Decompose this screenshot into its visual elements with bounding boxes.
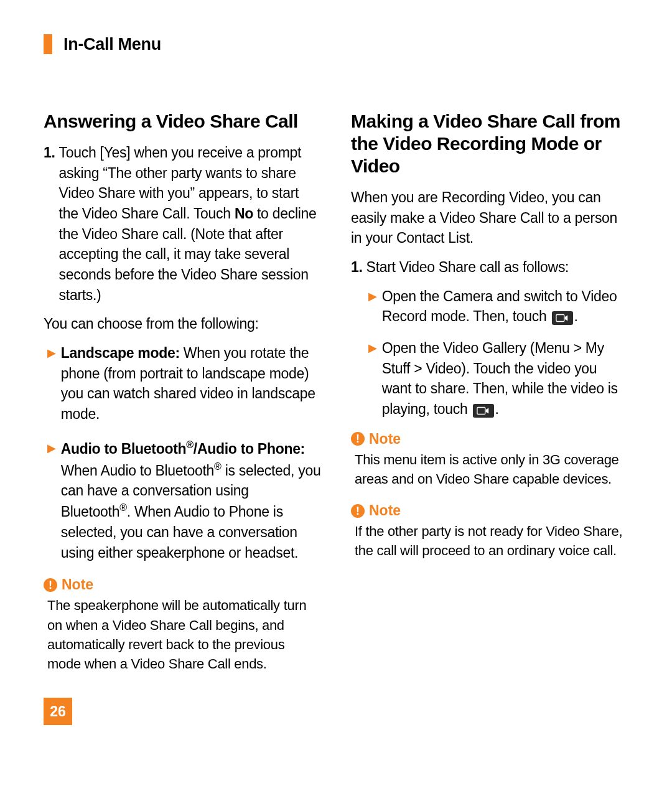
bullet-text: Open the Video Gallery (Menu > My Stuff …: [382, 338, 628, 419]
left-heading: Answering a Video Share Call: [44, 110, 321, 133]
content-columns: Answering a Video Share Call 1. Touch [Y…: [44, 110, 628, 687]
text-fragment: When Audio to Bluetooth® is selected, yo…: [61, 462, 321, 561]
right-heading: Making a Video Share Call from the Video…: [351, 110, 628, 177]
triangle-bullet-icon: ▶: [368, 340, 377, 419]
page-header: In-Call Menu: [44, 34, 628, 54]
note-heading: ! Note: [351, 502, 628, 519]
note-body: This menu item is active only in 3G cove…: [355, 450, 628, 489]
svg-rect-1: [477, 407, 485, 414]
sub-bullet-list: ▶ Open the Camera and switch to Video Re…: [351, 286, 628, 419]
note-exclamation-icon: !: [44, 578, 57, 592]
text-fragment: .: [574, 308, 578, 324]
video-share-icon: [473, 404, 494, 418]
step-text: Touch [Yes] when you receive a prompt as…: [59, 143, 321, 305]
note-exclamation-icon: !: [351, 504, 365, 518]
header-accent-bar: [44, 34, 52, 54]
header-title: In-Call Menu: [63, 35, 161, 54]
video-share-icon: [552, 311, 573, 325]
note-heading: ! Note: [351, 431, 628, 448]
bullet-bold: Audio to Bluetooth®/Audio to Phone:: [61, 441, 305, 457]
note-exclamation-icon: !: [351, 432, 365, 446]
note-label: Note: [369, 431, 401, 448]
text-fragment: Open the Video Gallery (Menu > My Stuff …: [382, 340, 618, 417]
triangle-bullet-icon: ▶: [47, 441, 56, 563]
note-heading: ! Note: [44, 576, 321, 593]
bullet-audio-bluetooth: ▶ Audio to Bluetooth®/Audio to Phone: Wh…: [44, 438, 321, 563]
svg-rect-0: [556, 315, 564, 322]
right-step-1: 1. Start Video Share call as follows:: [351, 257, 628, 278]
right-column: Making a Video Share Call from the Video…: [351, 110, 628, 687]
right-intro: When you are Recording Video, you can ea…: [351, 187, 628, 248]
triangle-bullet-icon: ▶: [368, 289, 377, 327]
page-number: 26: [44, 698, 72, 725]
triangle-bullet-icon: ▶: [47, 345, 56, 424]
step-text: Start Video Share call as follows:: [366, 257, 628, 278]
bullet-text: Landscape mode: When you rotate the phon…: [61, 343, 321, 424]
bullet-text: Audio to Bluetooth®/Audio to Phone: When…: [61, 438, 321, 563]
note-label: Note: [62, 576, 93, 593]
bullet-bold: Landscape mode:: [61, 345, 180, 361]
bullet-landscape-mode: ▶ Landscape mode: When you rotate the ph…: [44, 343, 321, 424]
note-body: The speakerphone will be automatically t…: [47, 596, 321, 673]
bullet-text: Open the Camera and switch to Video Reco…: [382, 286, 628, 327]
note-label: Note: [369, 502, 401, 519]
sub-bullet-gallery: ▶ Open the Video Gallery (Menu > My Stuf…: [351, 338, 628, 419]
text-fragment: Open the Camera and switch to Video Reco…: [382, 288, 617, 325]
list-number: 1.: [44, 143, 55, 305]
sub-bullet-camera: ▶ Open the Camera and switch to Video Re…: [351, 286, 628, 327]
left-step-1: 1. Touch [Yes] when you receive a prompt…: [44, 143, 321, 305]
bold-no: No: [235, 205, 253, 222]
choose-intro: You can choose from the following:: [44, 314, 321, 334]
note-body: If the other party is not ready for Vide…: [355, 522, 628, 560]
left-column: Answering a Video Share Call 1. Touch [Y…: [44, 110, 321, 687]
list-number: 1.: [351, 257, 363, 278]
text-fragment: .: [495, 401, 499, 417]
